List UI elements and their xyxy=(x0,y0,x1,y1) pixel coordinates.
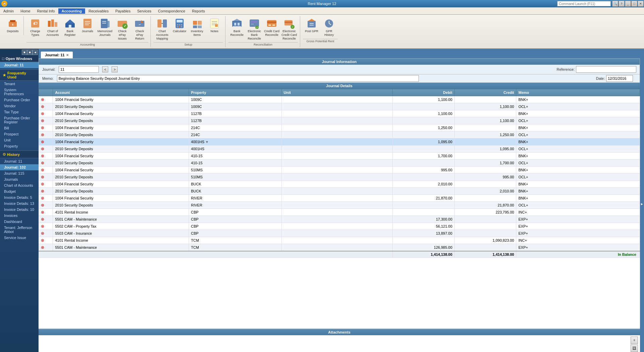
sidebar-item-tax-type[interactable]: Tax Type xyxy=(0,109,39,115)
maximize-btn[interactable]: □ xyxy=(631,1,637,7)
delete-row-icon[interactable]: ⊗ xyxy=(41,189,44,193)
delete-row-icon[interactable]: ⊗ xyxy=(41,97,44,102)
sidebar-item-property[interactable]: Property xyxy=(0,143,39,149)
minimize-btn[interactable]: _ xyxy=(625,1,631,7)
delete-row-icon[interactable]: ⊗ xyxy=(41,210,44,215)
delete-row-icon[interactable]: ⊗ xyxy=(41,132,44,137)
delete-row-icon[interactable]: ⊗ xyxy=(41,139,44,144)
delete-row-icon[interactable]: ⊗ xyxy=(41,217,44,222)
table-row[interactable]: ⊗ 1004 Financial Security 214C 1,250.00 … xyxy=(39,124,640,131)
electronic-credit-card-reconcile-button[interactable]: ✓ Electronic Credit Card Reconcile xyxy=(280,17,298,42)
delete-row-icon[interactable]: ⊗ xyxy=(41,104,44,109)
table-row[interactable]: ⊗ 1004 Financial Security 410-15 1,700.0… xyxy=(39,153,640,160)
history-item-invoices[interactable]: Invoices xyxy=(0,213,39,219)
journal-input[interactable] xyxy=(59,66,99,73)
delete-row-icon[interactable]: ⊗ xyxy=(41,245,44,250)
memo-input[interactable] xyxy=(57,75,419,82)
table-row[interactable]: ⊗ 4101 Rental Income TCM 1,090,823.00 IN… xyxy=(39,237,640,244)
row-delete[interactable]: ⊗ xyxy=(39,216,53,223)
table-row[interactable]: ⊗ 2010 Security Deposits BUCK 2,010.00 B… xyxy=(39,188,640,195)
sidebar-item-unit[interactable]: Unit xyxy=(0,137,39,143)
menu-receivables[interactable]: Receivables xyxy=(85,8,112,14)
table-row[interactable]: ⊗ 2010 Security Deposits 510MS 995.00 OC… xyxy=(39,174,640,181)
history-section[interactable]: ⊙ History xyxy=(0,151,39,158)
table-row[interactable]: ⊗ 1004 Financial Security 510MS 995.00 B… xyxy=(39,167,640,174)
deposits-button[interactable]: $ Deposits xyxy=(4,17,21,35)
sidebar-item-vendor[interactable]: Vendor xyxy=(0,103,39,109)
tab-journal-11[interactable]: Journal: 11 ✕ xyxy=(41,51,73,58)
delete-row-icon[interactable]: ⊗ xyxy=(41,111,44,116)
menu-admin[interactable]: Admin xyxy=(0,8,17,14)
history-item-invoice-10[interactable]: Invoice Details: 10 xyxy=(0,207,39,213)
table-row[interactable]: ⊗ 1004 Financial Security 1009C 1,100.00… xyxy=(39,96,640,103)
delete-row-icon[interactable]: ⊗ xyxy=(41,182,44,186)
row-delete[interactable]: ⊗ xyxy=(39,145,53,153)
row-delete[interactable]: ⊗ xyxy=(39,131,53,138)
row-delete[interactable]: ⊗ xyxy=(39,153,53,160)
table-row[interactable]: ⊗ 5502 CAM - Property Tax CBP 56,121.00 … xyxy=(39,223,640,230)
row-delete[interactable]: ⊗ xyxy=(39,202,53,209)
menu-accounting[interactable]: Accounting xyxy=(58,8,85,14)
delete-row-icon[interactable]: ⊗ xyxy=(41,175,44,179)
delete-row-icon[interactable]: ⊗ xyxy=(41,161,44,165)
table-row[interactable]: ⊗ 2010 Security Deposits 410-15 1,700.00… xyxy=(39,160,640,167)
table-row[interactable]: ⊗ 1004 Financial Security RIVER 21,870.0… xyxy=(39,195,640,202)
delete-row-icon[interactable]: ⊗ xyxy=(41,224,44,229)
attach-add-btn[interactable]: + xyxy=(631,337,638,344)
tab-close-btn[interactable]: ✕ xyxy=(66,53,69,57)
help-btn[interactable]: ? xyxy=(619,1,625,7)
table-row[interactable]: ⊗ 2010 Security Deposits 1009C 1,100.00 … xyxy=(39,103,640,110)
inventory-items-button[interactable]: Inventory Items xyxy=(188,17,206,42)
menu-reports[interactable]: Reports xyxy=(189,8,208,14)
notes-button[interactable]: Notes xyxy=(206,17,223,42)
sidebar-item-prospect[interactable]: Prospect xyxy=(0,131,39,137)
delete-row-icon[interactable]: ⊗ xyxy=(41,203,44,208)
row-delete[interactable]: ⊗ xyxy=(39,138,53,145)
delete-row-icon[interactable]: ⊗ xyxy=(41,196,44,200)
row-delete[interactable]: ⊗ xyxy=(39,110,53,117)
row-delete[interactable]: ⊗ xyxy=(39,209,53,216)
attach-view-btn[interactable]: 🖼 xyxy=(631,345,638,352)
sidebar-toggle-btn-2[interactable]: ■ xyxy=(27,50,33,55)
table-row[interactable]: ⊗ 2010 Security Deposits 214C 1,250.00 O… xyxy=(39,131,640,138)
bank-register-button[interactable]: Bank Register xyxy=(61,17,79,42)
sidebar-item-system-preferences[interactable]: System Preferences xyxy=(0,87,39,97)
frequently-used-section[interactable]: ★ Frequently Used xyxy=(0,69,39,81)
sidebar-toggle-btn-1[interactable]: ■ xyxy=(22,50,27,55)
command-launch-input[interactable] xyxy=(557,1,611,6)
row-delete[interactable]: ⊗ xyxy=(39,167,53,174)
chart-of-accounts-button[interactable]: Chart of Accounts xyxy=(44,17,61,42)
chart-accounts-mapping-button[interactable]: Chart Accounts Mapping xyxy=(153,17,171,42)
row-delete[interactable]: ⊗ xyxy=(39,181,53,188)
row-delete[interactable]: ⊗ xyxy=(39,160,53,167)
sidebar-item-tenant[interactable]: Tenant xyxy=(0,81,39,87)
sidebar-item-bill[interactable]: Bill xyxy=(0,125,39,131)
row-delete[interactable]: ⊗ xyxy=(39,174,53,181)
row-delete[interactable]: ⊗ xyxy=(39,188,53,195)
history-item-journals[interactable]: Journals xyxy=(0,176,39,182)
history-item-chart-of-accounts[interactable]: Chart of Accounts xyxy=(0,182,39,188)
delete-row-icon[interactable]: ⊗ xyxy=(41,168,44,172)
table-row[interactable]: ⊗ 1004 Financial Security 1127B 1,100.00… xyxy=(39,110,640,117)
table-row[interactable]: ⊗ 2010 Security Deposits RIVER 21,870.00… xyxy=(39,202,640,209)
table-row[interactable]: ⊗ 5501 CAM - Maintenance TCM 126,985.00 … xyxy=(39,244,640,251)
history-item-invoice-5[interactable]: Invoice Details: 5 xyxy=(0,194,39,200)
delete-row-icon[interactable]: ⊗ xyxy=(41,238,44,243)
delete-row-icon[interactable]: ⊗ xyxy=(41,125,44,130)
history-item-invoice-13[interactable]: Invoice Details: 13 xyxy=(0,200,39,207)
memorized-journals-button[interactable]: Memorized Journals xyxy=(96,17,114,42)
menu-rental-info[interactable]: Rental Info xyxy=(34,8,58,14)
charge-types-button[interactable]: 🏷 Charge Types xyxy=(26,17,44,42)
sidebar-item-journal-11[interactable]: Journal: 11 xyxy=(0,62,39,68)
table-row[interactable]: ⊗ 1004 Financial Security 4001HS ▼ 1,095… xyxy=(39,138,640,145)
menu-correspondence[interactable]: Correspondence xyxy=(155,8,189,14)
search-btn[interactable]: 🔍 xyxy=(612,1,618,7)
bank-reconcile-button[interactable]: Bank Reconcile xyxy=(228,17,246,42)
menu-payables[interactable]: Payables xyxy=(112,8,134,14)
journal-next-btn[interactable]: > xyxy=(112,66,118,72)
history-item-journal-11[interactable]: Journal: 11 xyxy=(0,158,39,164)
sidebar-item-purchase-order-register[interactable]: Purchase Order Register xyxy=(0,115,39,125)
credit-card-reconcile-button[interactable]: Credit Card Reconcile xyxy=(263,17,280,42)
check-epay-return-button[interactable]: ↩ Check ePay Return xyxy=(131,17,148,42)
delete-row-icon[interactable]: ⊗ xyxy=(41,231,44,236)
